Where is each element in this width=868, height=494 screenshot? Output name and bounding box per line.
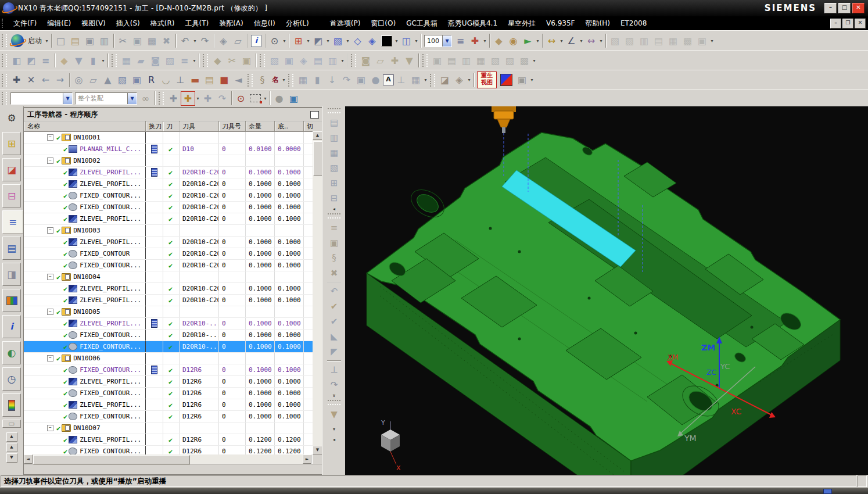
datum-button[interactable]: ▲ (101, 73, 115, 87)
feature-button-4[interactable]: ▤ (651, 34, 666, 48)
feature-button-1[interactable]: ▧ (608, 34, 622, 48)
operation-row[interactable]: ✔FIXED_CONTOUR...✔D20R10-C2000.10000.100… (24, 190, 322, 202)
column-header-tool-ok[interactable]: 刀 (163, 121, 180, 132)
tool-display-icon[interactable]: ▼ (326, 407, 342, 422)
snap-point-enabled-button-dropdown[interactable]: ▾ (195, 91, 200, 106)
operation-row[interactable]: ✔FIXED_CONTOUR...✔D20R10-...00.10000.100… (24, 330, 322, 341)
iso-view-button[interactable]: ▧ (115, 73, 130, 87)
program-group-row[interactable]: −✔DN10D05 (24, 306, 322, 318)
internet-browser-tab[interactable]: ◐ (2, 341, 21, 364)
boolean-button-7[interactable]: ▩ (517, 53, 532, 68)
rectangle-select-button-dropdown[interactable]: ▾ (263, 91, 268, 106)
operation-row[interactable]: ✔FIXED_CONTOUR...✔D12R600.10000.1000 (24, 364, 322, 376)
tray-icon[interactable] (823, 489, 832, 494)
cam-op-button-2[interactable]: ▰ (134, 53, 148, 68)
feature-button-3[interactable]: ▥ (637, 34, 651, 48)
program-group-row[interactable]: −✔DN10D06 (24, 353, 322, 364)
toolbar-grip[interactable] (248, 74, 253, 87)
machining-feature-tab[interactable]: ◨ (2, 263, 21, 286)
object-display-button-5[interactable]: ▣ (354, 73, 368, 87)
operation-row[interactable]: ✔ZLEVEL_PROFIL...✔D20R10-...00.10000.100… (24, 318, 322, 330)
geometry-button-2[interactable]: ▣ (282, 53, 296, 68)
display-cube-button[interactable] (500, 74, 512, 86)
boolean-button-3[interactable]: ▥ (459, 53, 474, 68)
press-button[interactable]: ⊥ (173, 73, 188, 87)
dimension-x-button[interactable]: ✕ (24, 73, 38, 87)
program-group-row[interactable]: −✔DN10D04 (24, 271, 322, 283)
gear-icon[interactable]: ⚙ (5, 111, 19, 125)
save-button[interactable]: ▣ (83, 34, 97, 48)
object-display-button-7[interactable]: ⊥ (394, 73, 408, 87)
cam-op-button-3[interactable]: ◙ (148, 53, 163, 68)
drill-op-button[interactable]: ▼ (71, 53, 86, 68)
graphics-viewport[interactable]: ZM ZC XM XC YC YM X Y (345, 106, 868, 475)
horizontal-scrollbar[interactable]: ◄ ► (24, 454, 311, 464)
menu-gc-toolbox[interactable]: GC工具箱 (401, 19, 443, 28)
feature-button-2[interactable]: ▨ (622, 34, 637, 48)
workpiece-sim-icon[interactable]: ◣ (326, 329, 342, 344)
library-tab[interactable] (2, 289, 21, 312)
toolbar-grip[interactable] (2, 74, 7, 87)
paste-button[interactable]: ▩ (145, 34, 159, 48)
shaded-ball-button[interactable]: ● (272, 91, 286, 106)
cam-op-button-1[interactable]: ▦ (119, 53, 134, 68)
extra-button-2[interactable]: ◈ (452, 73, 467, 87)
gray-cube-button-dropdown[interactable]: ▾ (529, 73, 535, 87)
object-display-button-6[interactable]: ● (368, 73, 383, 87)
undock-panel-button[interactable] (310, 111, 319, 119)
menu-format[interactable]: 格式(R) (145, 19, 180, 28)
feature-button-7-dropdown[interactable]: ▾ (709, 34, 715, 48)
wcs-display-button[interactable]: ✚ (468, 34, 482, 48)
boolean-button-6[interactable]: ▨ (503, 53, 517, 68)
machine-sim-icon[interactable]: ◤ (326, 344, 342, 359)
clip-section-button[interactable]: ◫ (399, 34, 414, 48)
studio-view-button[interactable]: ◈ (365, 34, 379, 48)
assembly-scope-combo[interactable]: 整个装配▼ (75, 92, 137, 105)
name-display-button-dropdown[interactable]: ▾ (281, 73, 286, 87)
method-view-icon[interactable]: ▧ (326, 160, 342, 176)
find-button-dropdown[interactable]: ▾ (282, 34, 287, 48)
program-order-view-icon[interactable]: ▤ (326, 115, 342, 130)
measure-angle-button-dropdown[interactable]: ▾ (579, 34, 584, 48)
menubar-grip[interactable] (2, 19, 6, 28)
history-tab[interactable]: ◷ (2, 367, 21, 391)
menu-edit[interactable]: 编辑(E) (42, 19, 76, 28)
operation-row[interactable]: ✔PLANAR_MILL_C...✔D1000.01000.0000 (24, 144, 322, 155)
window-restore-button[interactable]: □ (838, 3, 851, 13)
operation-row[interactable]: ✔FIXED_CONTOUR...✔D12R600.10000.1000 (24, 411, 322, 423)
menu-window[interactable]: 窗口(O) (365, 19, 401, 28)
collapse-node-icon[interactable]: − (47, 134, 53, 141)
operation-row[interactable]: ✔FIXED_CONTOUR...✔D20R10-...00.10000.100… (24, 341, 322, 353)
toolbar-grip[interactable] (260, 54, 265, 67)
play-button-dropdown[interactable]: ▾ (535, 34, 540, 48)
operation-row[interactable]: ✔ZLEVEL_PROFIL...✔D20R10-C2000.10000.100… (24, 237, 322, 248)
menu-starsky-plugin[interactable]: 星空外挂 (503, 19, 541, 28)
geometry-button-4[interactable]: ▤ (311, 53, 325, 68)
wcs-display-button-dropdown[interactable]: ▾ (482, 34, 487, 48)
tool-button-3[interactable]: ✚ (388, 53, 402, 68)
operation-row[interactable]: ✔FIXED_CONTOUR✔D20R10-C2000.10000.1000 (24, 248, 322, 260)
cam-op-button-5-dropdown[interactable]: ▾ (192, 53, 197, 68)
column-header-tool-change[interactable]: 换刀 (146, 121, 163, 132)
menu-insert[interactable]: 插入(S) (111, 19, 145, 28)
measure-distance-button[interactable]: ↔ (544, 34, 559, 48)
collapse-panel-arrow[interactable]: ◂ (331, 206, 338, 212)
shaded-view-button-dropdown[interactable]: ▾ (345, 34, 350, 48)
toolbar-grip[interactable] (328, 108, 340, 113)
column-header-cut[interactable]: 切 (304, 121, 322, 132)
operation-row[interactable]: ✔ZLEVEL_PROFIL...✔D12R600.10000.1000 (24, 376, 322, 388)
forward-button[interactable]: → (53, 73, 67, 87)
boolean-button-2[interactable]: ▤ (444, 53, 459, 68)
horn-button[interactable]: ◄ (231, 73, 246, 87)
work-cube-button[interactable]: ▣ (286, 91, 301, 106)
form-block-button[interactable]: ◆ (57, 53, 71, 68)
toolbar-grip[interactable] (2, 54, 7, 67)
copy-button[interactable]: ▣ (130, 34, 145, 48)
expand-group-icon[interactable]: ⊞ (326, 176, 342, 191)
operation-row[interactable]: ✔ZLEVEL_PROFIL...✔D20R10-C2000.10000.100… (24, 178, 322, 190)
program-group-row[interactable]: −✔DN10D07 (24, 423, 322, 434)
undo-button-dropdown[interactable]: ▾ (192, 34, 198, 48)
constraint-navigator-tab[interactable]: ◪ (2, 158, 21, 181)
fit-view-button-dropdown[interactable]: ▾ (306, 34, 311, 48)
boolean-button-7-dropdown[interactable]: ▾ (532, 53, 537, 68)
